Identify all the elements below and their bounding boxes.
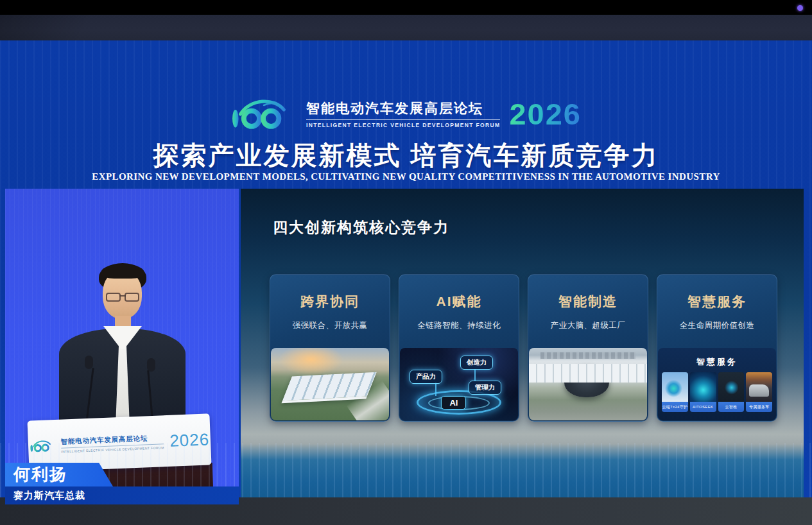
card-cross-industry: 跨界协同 强强联合、开放共赢 xyxy=(270,274,390,422)
smart-factory-image xyxy=(529,348,647,420)
speaker-glasses-left xyxy=(106,293,121,302)
speaker-glasses-bridge xyxy=(119,295,126,297)
service-tile-label: 专属服务车 xyxy=(746,402,772,412)
card-ai-empowerment: AI赋能 全链路智能、持续进化 产品力 创造力 管理力 AI xyxy=(399,274,519,422)
podium-title-en: INTELLIGENT ELECTRIC VEHICLE DEVELOPMENT… xyxy=(61,445,164,453)
slide-title: 四大创新构筑核心竞争力 xyxy=(273,218,449,237)
service-tile-service-van: 专属服务车 xyxy=(746,372,772,412)
podium-logo-divider xyxy=(61,443,164,448)
round-building xyxy=(564,365,609,397)
forum-100-logo-icon xyxy=(230,96,297,132)
forum-logo-lockup: 智能电动汽车发展高层论坛 INTELLIGENT ELECTRIC VEHICL… xyxy=(0,96,812,132)
cloud-inspection-icon xyxy=(718,372,745,402)
service-tile-label: 云智检 xyxy=(718,402,745,412)
speaker-title: 赛力斯汽车总裁 xyxy=(5,490,85,502)
service-tile-label: AITOSEEK xyxy=(690,402,716,412)
ai-connector-line xyxy=(474,370,476,381)
speaker-glasses-right xyxy=(125,293,139,302)
speaker-title-strip: 赛力斯汽车总裁 xyxy=(5,486,239,504)
service-tile-label: 云端7×24守护 xyxy=(662,402,688,412)
podium-logo-text: 智能电动汽车发展高层论坛 INTELLIGENT ELECTRIC VEHICL… xyxy=(60,433,164,453)
event-headline-en: EXPLORING NEW DEVELOPMENT MODELS, CULTIV… xyxy=(0,171,812,182)
card-subtitle: 强强联合、开放共赢 xyxy=(270,320,390,331)
speaker-hair-fringe xyxy=(101,264,144,279)
microphone-icon-left xyxy=(85,356,93,369)
recording-indicator-dot xyxy=(797,5,803,11)
card-smart-service: 智慧服务 全生命周期价值创造 智慧服务 云端7×24守护 AITOSEEK xyxy=(657,274,777,422)
presentation-slide: 四大创新构筑核心竞争力 跨界协同 强强联合、开放共赢 AI赋能 全链路智能、持续… xyxy=(241,189,804,508)
service-tile-cloud: 云端7×24守护 xyxy=(662,372,688,412)
service-tiles-row: 云端7×24守护 AITOSEEK 云智检 xyxy=(658,368,776,412)
card-subtitle: 全生命周期价值创造 xyxy=(657,320,777,331)
forum-logo-text: 智能电动汽车发展高层论坛 INTELLIGENT ELECTRIC VEHICL… xyxy=(306,99,500,128)
forum-year: 2026 xyxy=(509,99,582,129)
card-smart-manufacturing: 智能制造 产业大脑、超级工厂 xyxy=(528,274,648,422)
service-van-icon xyxy=(746,372,772,402)
ai-chip-label: AI xyxy=(441,396,466,409)
stage-background: 智能电动汽车发展高层论坛 INTELLIGENT ELECTRIC VEHICL… xyxy=(0,40,812,497)
factory-aerial-image xyxy=(271,348,389,420)
forum-title-cn: 智能电动汽车发展高层论坛 xyxy=(306,99,500,117)
service-tile-cloud-check: 云智检 xyxy=(718,372,745,412)
ai-tag-product: 产品力 xyxy=(410,370,443,384)
round-building-top xyxy=(578,366,595,373)
letterbox-top xyxy=(0,0,812,15)
microphone-icon-right xyxy=(147,358,155,372)
podium-year: 2026 xyxy=(169,429,210,451)
cloud-care-icon xyxy=(662,372,688,402)
service-panel-title: 智慧服务 xyxy=(658,356,776,368)
ai-platform-image: 产品力 创造力 管理力 AI xyxy=(400,348,518,420)
innovation-cards-row: 跨界协同 强强联合、开放共赢 AI赋能 全链路智能、持续进化 产品力 创造力 管… xyxy=(270,274,778,422)
smart-service-image: 智慧服务 云端7×24守护 AITOSEEK xyxy=(658,348,776,420)
card-subtitle: 产业大脑、超级工厂 xyxy=(528,320,648,331)
card-title: 跨界协同 xyxy=(270,293,390,311)
service-tile-aitoseek: AITOSEEK xyxy=(690,372,716,412)
card-title: AI赋能 xyxy=(399,293,519,311)
forum-title-en: INTELLIGENT ELECTRIC VEHICLE DEVELOPMENT… xyxy=(306,122,500,128)
aitoseek-icon xyxy=(690,372,716,402)
card-title: 智能制造 xyxy=(528,293,648,311)
forum-logo-divider xyxy=(306,119,500,120)
speaker-video-panel: 智能电动汽车发展高层论坛 INTELLIGENT ELECTRIC VEHICL… xyxy=(5,189,239,508)
card-title: 智慧服务 xyxy=(657,293,777,311)
speaker-name: 何利扬 xyxy=(5,463,67,486)
video-frame: 智能电动汽车发展高层论坛 INTELLIGENT ELECTRIC VEHICL… xyxy=(0,0,812,525)
card-subtitle: 全链路智能、持续进化 xyxy=(399,320,519,331)
podium-title-cn: 智能电动汽车发展高层论坛 xyxy=(60,433,164,446)
window-chrome-bar xyxy=(0,15,812,40)
ai-tag-creativity: 创造力 xyxy=(460,356,494,370)
podium-logo-icon xyxy=(29,438,55,454)
speaker-name-banner: 何利扬 xyxy=(5,463,113,486)
ai-tag-management: 管理力 xyxy=(469,381,502,395)
event-headline-cn: 探索产业发展新模式 培育汽车新质竞争力 xyxy=(0,138,812,173)
